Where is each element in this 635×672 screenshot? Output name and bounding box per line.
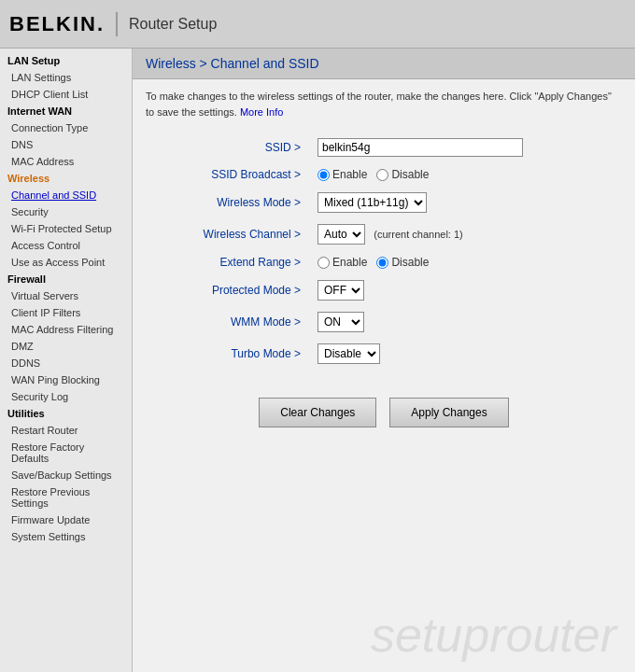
info-text: To make changes to the wireless settings… [146,89,622,119]
protected-mode-cell: OFF ON [314,274,622,306]
protected-mode-select[interactable]: OFF ON [318,280,364,301]
ssid-row: SSID > [146,133,622,162]
ssid-broadcast-label: SSID Broadcast > [146,162,314,187]
wmm-mode-label: WMM Mode > [146,306,314,338]
extend-range-enable-radio[interactable] [318,257,330,269]
apply-changes-button[interactable]: Apply Changes [389,398,508,427]
sidebar-item-mac-address[interactable]: MAC Address [0,153,132,170]
ssid-input[interactable] [318,138,523,157]
extend-range-enable-label[interactable]: Enable [318,256,367,269]
extend-range-radio-group: Enable Disable [318,256,618,269]
turbo-mode-select[interactable]: Disable Enable [318,343,380,364]
header: BELKIN. Router Setup [0,0,635,49]
ssid-label: SSID > [146,133,314,162]
layout: LAN Setup LAN Settings DHCP Client List … [0,49,635,672]
sidebar-item-dns[interactable]: DNS [0,136,132,153]
sidebar-item-mac-address-filtering[interactable]: MAC Address Filtering [0,321,132,338]
sidebar-item-access-control[interactable]: Access Control [0,237,132,254]
page-header: Wireless > Channel and SSID [133,49,635,79]
wireless-mode-select[interactable]: Mixed (11b+11g) 802.11g only 802.11b onl… [318,192,427,213]
sidebar-item-virtual-servers[interactable]: Virtual Servers [0,287,132,304]
sidebar-item-restore-previous-settings[interactable]: Restore Previous Settings [0,483,132,511]
sidebar-item-lan-settings[interactable]: LAN Settings [0,69,132,86]
wireless-mode-row: Wireless Mode > Mixed (11b+11g) 802.11g … [146,187,622,218]
logo: BELKIN. [9,12,118,36]
extend-range-label: Extend Range > [146,250,314,274]
sidebar-item-use-as-access-point[interactable]: Use as Access Point [0,254,132,271]
button-row: Clear Changes Apply Changes [146,388,622,437]
sidebar-item-wifi-protected-setup[interactable]: Wi-Fi Protected Setup [0,220,132,237]
sidebar-item-dmz[interactable]: DMZ [0,338,132,355]
sidebar-item-save-backup-settings[interactable]: Save/Backup Settings [0,467,132,483]
sidebar-section-firewall[interactable]: Firewall [0,271,132,287]
current-channel-info: (current channel: 1) [374,229,462,240]
watermark: setuprouter [371,607,616,663]
sidebar-section-wireless[interactable]: Wireless [0,170,132,187]
sidebar-section-lan-setup[interactable]: LAN Setup [0,52,132,69]
clear-changes-button[interactable]: Clear Changes [259,398,376,427]
sidebar-item-dhcp-client-list[interactable]: DHCP Client List [0,86,132,103]
ssid-input-cell [314,133,622,162]
ssid-broadcast-enable-label[interactable]: Enable [318,168,367,181]
more-info-link[interactable]: More Info [240,106,283,118]
breadcrumb: Wireless > Channel and SSID [146,56,622,71]
sidebar-item-wan-ping-blocking[interactable]: WAN Ping Blocking [0,371,132,388]
wmm-mode-cell: ON OFF [314,306,622,338]
extend-range-disable-label[interactable]: Disable [376,256,429,269]
ssid-broadcast-enable-radio[interactable] [318,169,330,181]
wireless-channel-row: Wireless Channel > Auto 123 456 789 1011… [146,218,622,250]
ssid-broadcast-radio-group: Enable Disable [318,168,618,181]
wireless-channel-label: Wireless Channel > [146,218,314,250]
wireless-channel-cell: Auto 123 456 789 1011 (current channel: … [314,218,622,250]
turbo-mode-row: Turbo Mode > Disable Enable [146,338,622,370]
ssid-broadcast-row: SSID Broadcast > Enable Disable [146,162,622,187]
wireless-channel-select[interactable]: Auto 123 456 789 1011 [318,224,365,245]
sidebar-item-firmware-update[interactable]: Firmware Update [0,511,132,528]
sidebar-item-channel-ssid[interactable]: Channel and SSID [0,187,132,203]
protected-mode-label: Protected Mode > [146,274,314,306]
sidebar-item-security-log[interactable]: Security Log [0,388,132,405]
sidebar-item-ddns[interactable]: DDNS [0,355,132,371]
wmm-mode-row: WMM Mode > ON OFF [146,306,622,338]
sidebar-section-internet-wan[interactable]: Internet WAN [0,103,132,119]
sidebar-item-security[interactable]: Security [0,203,132,220]
turbo-mode-label: Turbo Mode > [146,338,314,370]
extend-range-cell: Enable Disable [314,250,622,274]
sidebar: LAN Setup LAN Settings DHCP Client List … [0,49,133,672]
wireless-mode-label: Wireless Mode > [146,187,314,218]
ssid-broadcast-disable-radio[interactable] [376,169,388,181]
main-content: Wireless > Channel and SSID To make chan… [133,49,635,672]
turbo-mode-cell: Disable Enable [314,338,622,370]
sidebar-item-system-settings[interactable]: System Settings [0,528,132,545]
sidebar-item-restore-factory-defaults[interactable]: Restore Factory Defaults [0,439,132,467]
settings-form: SSID > SSID Broadcast > Enable [146,133,622,370]
content-area: To make changes to the wireless settings… [133,79,635,446]
wmm-mode-select[interactable]: ON OFF [318,312,364,332]
sidebar-item-restart-router[interactable]: Restart Router [0,422,132,439]
protected-mode-row: Protected Mode > OFF ON [146,274,622,306]
extend-range-disable-radio[interactable] [376,257,388,269]
wireless-mode-cell: Mixed (11b+11g) 802.11g only 802.11b onl… [314,187,622,218]
extend-range-row: Extend Range > Enable Disable [146,250,622,274]
header-title: Router Setup [129,16,217,33]
sidebar-item-client-ip-filters[interactable]: Client IP Filters [0,304,132,321]
ssid-broadcast-cell: Enable Disable [314,162,622,187]
sidebar-section-utilities[interactable]: Utilities [0,405,132,422]
sidebar-item-connection-type[interactable]: Connection Type [0,119,132,136]
ssid-broadcast-disable-label[interactable]: Disable [376,168,429,181]
